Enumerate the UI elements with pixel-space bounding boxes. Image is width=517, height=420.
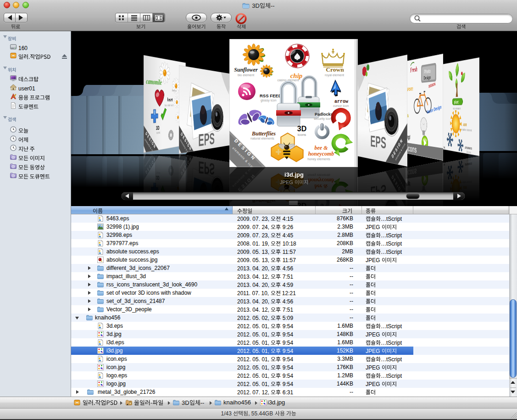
svg-text:Design: Design — [424, 75, 431, 81]
svg-text:WI..: WI.. — [443, 163, 445, 167]
svg-text:EPS: EPS — [370, 132, 386, 152]
svg-text:WI..: WI.. — [443, 146, 445, 149]
svg-text:RSS FEED: RSS FEED — [260, 93, 282, 98]
svg-text:arrow: arrow — [334, 99, 348, 104]
svg-text:Sunflower: Sunflower — [234, 67, 258, 73]
svg-text:cursor icon: cursor icon — [333, 104, 349, 107]
svg-text:eco element: eco element — [453, 106, 461, 110]
svg-text:Fresh: Fresh — [410, 65, 417, 74]
svg-text:3D: 3D — [156, 125, 159, 131]
svg-text:eco element: eco element — [453, 202, 461, 205]
svg-text:bio element: bio element — [238, 73, 254, 77]
svg-text:natural elements: natural elements — [250, 137, 274, 140]
svg-text:Butterflies: Butterflies — [251, 130, 276, 137]
svg-text:3D: 3D — [297, 202, 306, 206]
svg-text:EPS: EPS — [198, 129, 214, 151]
svg-text:honey elements: honey elements — [307, 157, 330, 161]
svg-text:love element: love element — [165, 104, 173, 107]
svg-text:security icons: security icons — [314, 117, 334, 121]
svg-text:Padlocks: Padlocks — [315, 112, 333, 117]
svg-text:sun: sun — [463, 121, 467, 128]
svg-text:heart: heart — [167, 96, 173, 102]
svg-text:glossy icon: glossy icon — [261, 99, 277, 102]
svg-text:royal element: royal element — [325, 73, 344, 77]
svg-text:icons: icons — [156, 131, 160, 134]
svg-text:Crown: Crown — [326, 66, 344, 73]
svg-text:3D: 3D — [297, 125, 306, 133]
svg-text:herb el: herb el — [172, 89, 177, 92]
svg-text:honeycomb: honeycomb — [308, 151, 334, 157]
svg-text:Photo: Photo — [424, 68, 431, 75]
svg-text:icons: icons — [298, 133, 306, 137]
svg-text:SPORT!: SPORT! — [407, 87, 413, 92]
svg-text:bee &: bee & — [315, 145, 328, 151]
svg-text:icons: icons — [407, 143, 417, 155]
svg-text:camomile: camomile — [146, 77, 161, 87]
svg-text:plant: plant — [454, 100, 459, 105]
